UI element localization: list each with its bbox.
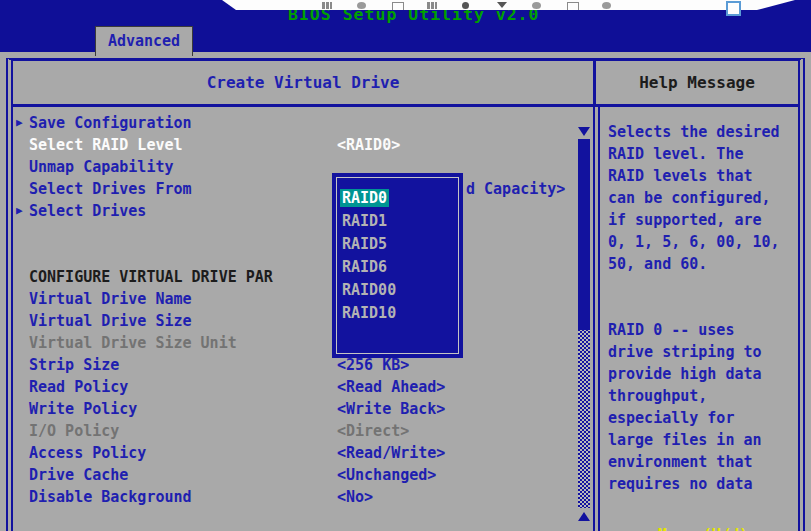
help-text-line: throughput, xyxy=(608,385,794,407)
settings-list: ▶Save ConfigurationSelect RAID Level<RAI… xyxy=(13,107,593,531)
help-text-line: Selects the desired xyxy=(608,121,794,143)
help-text-line: drive striping to xyxy=(608,341,794,363)
kvm-toolbar xyxy=(222,0,795,10)
item-label: Save Configuration xyxy=(29,114,192,132)
list-item xyxy=(13,244,593,266)
dropdown-option[interactable]: RAID5 xyxy=(337,233,458,256)
help-text-line: 50, and 60. xyxy=(608,253,794,275)
list-item[interactable]: Select RAID Level<RAID0> xyxy=(13,134,593,156)
item-label: Disable Background xyxy=(29,488,192,506)
item-label: Virtual Drive Name xyxy=(29,290,192,308)
item-label: Virtual Drive Size Unit xyxy=(29,334,237,352)
item-label: Access Policy xyxy=(29,444,146,462)
help-text-line: if supported, are xyxy=(608,209,794,231)
list-item[interactable]: ▶Save Configuration xyxy=(13,112,593,134)
toolbar-grid-icon[interactable] xyxy=(427,2,437,9)
submenu-arrow-icon: ▶ xyxy=(16,200,23,222)
dropdown-option[interactable]: RAID10 xyxy=(337,302,458,325)
scroll-arrow-down-icon[interactable] xyxy=(578,127,590,136)
list-item[interactable]: Drive Cache<Unchanged> xyxy=(13,464,593,486)
toolbar-triangle-icon[interactable] xyxy=(497,2,507,8)
help-panel: Selects the desiredRAID level. TheRAID l… xyxy=(593,107,798,531)
list-item: CONFIGURE VIRTUAL DRIVE PAR xyxy=(13,266,593,288)
scroll-arrow-up-icon[interactable] xyxy=(578,512,590,521)
toolbar-circle-icon[interactable] xyxy=(602,2,611,9)
submenu-arrow-icon: ▶ xyxy=(16,112,23,134)
item-label: Drive Cache xyxy=(29,466,128,484)
list-item[interactable]: Virtual Drive Size Unit xyxy=(13,332,593,354)
item-value: <Unchanged> xyxy=(337,464,436,486)
help-text-line: RAID 0 -- uses xyxy=(608,319,794,341)
dropdown-option[interactable]: RAID0 xyxy=(337,187,458,210)
item-value: <Read Ahead> xyxy=(337,376,445,398)
dropdown-option[interactable]: RAID1 xyxy=(337,210,458,233)
toolbar-rect-icon[interactable] xyxy=(567,2,579,11)
help-text-line: 0, 1, 5, 6, 00, 10, xyxy=(608,231,794,253)
item-label: Write Policy xyxy=(29,400,137,418)
item-value: <No> xyxy=(337,486,373,508)
dropdown-option-selected-label: RAID0 xyxy=(340,189,389,207)
item-label: Unmap Capability xyxy=(29,158,174,176)
raid-level-dropdown-list: RAID0RAID1RAID5RAID6RAID00RAID10 xyxy=(336,177,459,354)
help-text-line: can be configured, xyxy=(608,187,794,209)
item-label: Select RAID Level xyxy=(29,136,183,154)
tab-advanced[interactable]: Advanced xyxy=(95,26,193,56)
dropdown-option[interactable]: RAID00 xyxy=(337,279,458,302)
dropdown-option-label: RAID10 xyxy=(342,304,396,322)
bios-setup-screen: BIOS Setup Utility v2.0 Advanced Create … xyxy=(0,0,811,531)
list-item[interactable]: Read Policy<Read Ahead> xyxy=(13,376,593,398)
list-item[interactable]: I/O Policy<Direct> xyxy=(13,420,593,442)
item-value: <Read/Write> xyxy=(337,442,445,464)
item-label: Select Drives xyxy=(29,202,146,220)
help-more-indicator: More (U/d) xyxy=(658,526,748,531)
toolbar-dot-icon[interactable] xyxy=(462,2,469,9)
dropdown-option[interactable]: RAID6 xyxy=(337,256,458,279)
list-item[interactable]: Unmap Capability xyxy=(13,156,593,178)
item-value: <RAID0> xyxy=(337,134,400,156)
dropdown-option-label: RAID00 xyxy=(342,281,396,299)
toolbar-blue-square-icon[interactable] xyxy=(726,1,741,16)
scrollbar-thumb[interactable] xyxy=(578,139,590,330)
toolbar-rect-icon[interactable] xyxy=(392,2,404,11)
item-value: <Write Back> xyxy=(337,398,445,420)
item-label: Virtual Drive Size xyxy=(29,312,192,330)
help-text-line: especially for xyxy=(608,407,794,429)
help-text-line: RAID levels that xyxy=(608,165,794,187)
scrollbar-track[interactable] xyxy=(578,139,590,508)
item-label: Select Drives From xyxy=(29,180,192,198)
raid-level-dropdown: RAID0RAID1RAID5RAID6RAID00RAID10 xyxy=(332,173,463,358)
dropdown-option-label: RAID6 xyxy=(342,258,387,276)
help-text-line: requires no data xyxy=(608,473,794,495)
item-label: CONFIGURE VIRTUAL DRIVE PAR xyxy=(29,268,273,286)
help-text-line: RAID level. The xyxy=(608,143,794,165)
help-text-line: environment that xyxy=(608,451,794,473)
item-value: <Direct> xyxy=(337,420,409,442)
list-item xyxy=(13,222,593,244)
help-panel-title: Help Message xyxy=(593,61,798,107)
help-text: Selects the desiredRAID level. TheRAID l… xyxy=(608,121,794,495)
item-value: d Capacity> xyxy=(466,178,565,200)
list-item[interactable]: ▶Select Drives xyxy=(13,200,593,222)
toolbar-circle-icon[interactable] xyxy=(357,2,366,9)
dropdown-option-label: RAID5 xyxy=(342,235,387,253)
item-label: Read Policy xyxy=(29,378,128,396)
help-text-line: provide high data xyxy=(608,363,794,385)
help-text-line xyxy=(608,297,794,319)
item-label: Strip Size xyxy=(29,356,119,374)
page-title: Create Virtual Drive xyxy=(13,61,593,107)
list-item[interactable]: Disable Background<No> xyxy=(13,486,593,508)
list-item[interactable]: Virtual Drive Name xyxy=(13,288,593,310)
list-item[interactable]: Select Drives Fromd Capacity> xyxy=(13,178,593,200)
list-item[interactable]: Virtual Drive Size xyxy=(13,310,593,332)
toolbar-grid-icon[interactable] xyxy=(322,2,332,9)
list-item[interactable]: Strip Size<256 KB> xyxy=(13,354,593,376)
dropdown-option-label: RAID1 xyxy=(342,212,387,230)
toolbar-circle-icon[interactable] xyxy=(532,2,541,9)
help-text-line xyxy=(608,275,794,297)
list-item[interactable]: Write Policy<Write Back> xyxy=(13,398,593,420)
list-item[interactable]: Access Policy<Read/Write> xyxy=(13,442,593,464)
help-text-line: large files in an xyxy=(608,429,794,451)
item-label: I/O Policy xyxy=(29,422,119,440)
